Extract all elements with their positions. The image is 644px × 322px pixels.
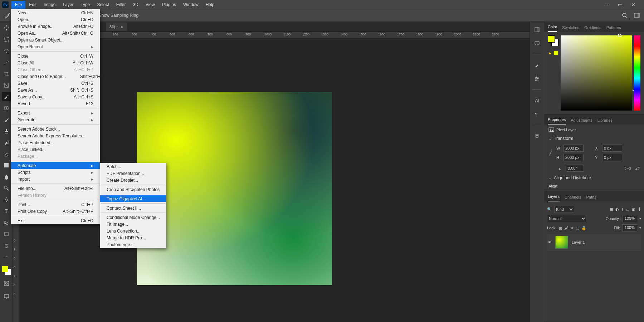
blur-tool[interactable] — [2, 172, 11, 181]
menu-view[interactable]: View — [142, 1, 158, 9]
lasso-tool[interactable] — [2, 46, 11, 55]
tab-libraries[interactable]: Libraries — [597, 116, 613, 125]
menu-item[interactable]: Print...Ctrl+P — [11, 201, 100, 208]
menu-item[interactable]: File Info...Alt+Shift+Ctrl+I — [11, 185, 100, 192]
menu-item[interactable]: Automate — [11, 162, 100, 169]
menu-item[interactable]: Save As...Shift+Ctrl+S — [11, 87, 100, 93]
lock-paint-icon[interactable]: 🖌 — [564, 226, 568, 230]
menu-item[interactable]: Create Droplet... — [100, 177, 166, 184]
menu-item[interactable]: Search Adobe Express Templates... — [11, 132, 100, 139]
rail-adjust-icon[interactable] — [533, 74, 541, 83]
tab-gradients[interactable]: Gradients — [584, 23, 601, 32]
minimize-button[interactable]: — — [604, 2, 609, 8]
menu-item[interactable]: Search Adobe Stock... — [11, 126, 100, 132]
rail-panel-icon[interactable] — [533, 25, 541, 34]
lock-pos-icon[interactable]: ✥ — [570, 226, 574, 230]
rail-3d-icon[interactable] — [533, 132, 541, 140]
menu-select[interactable]: Select — [93, 1, 112, 9]
stamp-tool[interactable] — [2, 126, 11, 136]
menu-item[interactable]: Close AllAlt+Ctrl+W — [11, 59, 100, 66]
shape-tool[interactable] — [2, 229, 11, 239]
menu-filter[interactable]: Filter — [113, 1, 130, 9]
workspace-icon[interactable] — [633, 12, 640, 19]
dodge-tool[interactable] — [2, 184, 11, 193]
filter-adjust-icon[interactable]: ◐ — [615, 207, 619, 212]
menu-item[interactable]: Contact Sheet II... — [100, 205, 166, 211]
filter-type-icon[interactable]: T — [621, 207, 624, 211]
tab-swatches[interactable]: Swatches — [562, 23, 579, 32]
menu-type[interactable]: Type — [77, 1, 93, 9]
layer-row[interactable]: 👁 Layer 1 — [547, 234, 641, 251]
width-input[interactable] — [564, 145, 584, 152]
rail-comment-icon[interactable] — [533, 39, 541, 48]
menu-plugins[interactable]: Plugins — [158, 1, 180, 9]
menu-item[interactable]: Place Linked... — [11, 146, 100, 153]
rail-brush-icon[interactable] — [533, 61, 541, 69]
flip-v-icon[interactable]: ▵▿ — [635, 166, 640, 171]
menu-item[interactable]: New...Ctrl+N — [11, 9, 100, 16]
tab-layers[interactable]: Layers — [548, 192, 560, 201]
menu-item[interactable]: SaveCtrl+S — [11, 80, 100, 87]
pen-tool[interactable] — [2, 195, 11, 204]
menu-item[interactable]: Fit Image... — [100, 221, 166, 228]
screenmode-icon[interactable] — [2, 292, 11, 301]
tab-adjustments[interactable]: Adjustments — [571, 116, 592, 125]
gamut-swatch[interactable] — [553, 50, 558, 55]
document-tab[interactable]: 8#) * × — [106, 23, 127, 31]
menu-3d[interactable]: 3D — [129, 1, 142, 9]
move-tool[interactable] — [2, 23, 11, 33]
tab-patterns[interactable]: Patterns — [606, 23, 621, 32]
menu-edit[interactable]: Edit — [25, 1, 40, 9]
type-tool[interactable]: T — [2, 206, 11, 216]
hue-slider[interactable]: ▸ — [634, 35, 640, 111]
menu-item[interactable]: Print One CopyAlt+Shift+Ctrl+P — [11, 208, 100, 215]
visibility-icon[interactable]: 👁 — [548, 240, 552, 244]
menu-item[interactable]: Open...Ctrl+O — [11, 16, 100, 23]
color-field[interactable] — [561, 35, 632, 111]
quickmask-icon[interactable] — [2, 279, 11, 288]
menu-item[interactable]: Export — [11, 109, 100, 116]
menu-item[interactable]: PDF Presentation... — [100, 170, 166, 177]
menu-item[interactable]: ExitCtrl+Q — [11, 217, 100, 224]
menu-item[interactable]: Conditional Mode Change... — [100, 214, 166, 221]
lock-trans-icon[interactable]: ▩ — [558, 226, 562, 230]
layer-thumbnail[interactable] — [555, 236, 568, 249]
transform-section[interactable]: Transform — [548, 136, 640, 141]
rail-paragraph-icon[interactable]: ¶ — [533, 110, 541, 118]
menu-item[interactable]: RevertF12 — [11, 100, 100, 107]
eyedropper-tool[interactable] — [2, 92, 11, 101]
healing-tool[interactable] — [2, 103, 11, 113]
search-icon[interactable] — [621, 12, 628, 19]
y-input[interactable] — [602, 154, 622, 161]
menu-item[interactable]: Import — [11, 176, 100, 182]
menu-item[interactable]: CloseCtrl+W — [11, 53, 100, 59]
filter-search-icon[interactable]: 🔍 — [547, 207, 552, 212]
menu-layer[interactable]: Layer — [59, 1, 77, 9]
filter-smart-icon[interactable]: ▣ — [631, 207, 635, 212]
align-section[interactable]: Align and Distribute — [548, 175, 640, 180]
sample-tool-icon[interactable] — [4, 12, 11, 19]
eraser-tool[interactable] — [2, 149, 11, 158]
menu-item[interactable]: Close and Go to Bridge...Shift+Ctrl+W — [11, 73, 100, 80]
menu-item[interactable]: Topaz Gigapixel AI... — [100, 195, 166, 202]
menu-item[interactable]: Place Embedded... — [11, 139, 100, 146]
flip-h-icon[interactable]: ▷◁ — [625, 166, 630, 171]
lock-nest-icon[interactable]: ▢ — [576, 226, 579, 230]
menu-window[interactable]: Window — [180, 1, 202, 9]
path-select-tool[interactable] — [2, 218, 11, 227]
maximize-button[interactable]: ▭ — [618, 2, 623, 8]
lock-all-icon[interactable]: 🔒 — [581, 226, 586, 230]
tab-paths[interactable]: Paths — [586, 193, 596, 201]
menu-item[interactable]: Batch... — [100, 163, 166, 170]
blend-mode-select[interactable]: Normal — [547, 215, 586, 222]
color-swatch-fgbg[interactable] — [548, 35, 558, 46]
menu-item[interactable]: Open as Smart Object... — [11, 36, 100, 43]
menu-help[interactable]: Help — [202, 1, 218, 9]
menu-item[interactable]: Photomerge... — [100, 241, 166, 248]
menu-file[interactable]: File — [11, 1, 25, 9]
menu-item[interactable]: Generate — [11, 116, 100, 123]
filter-pixel-icon[interactable]: ▦ — [610, 207, 613, 212]
history-brush-tool[interactable] — [2, 138, 11, 147]
fill-value[interactable]: 100% — [622, 224, 637, 231]
menu-item[interactable]: Lens Correction... — [100, 228, 166, 234]
